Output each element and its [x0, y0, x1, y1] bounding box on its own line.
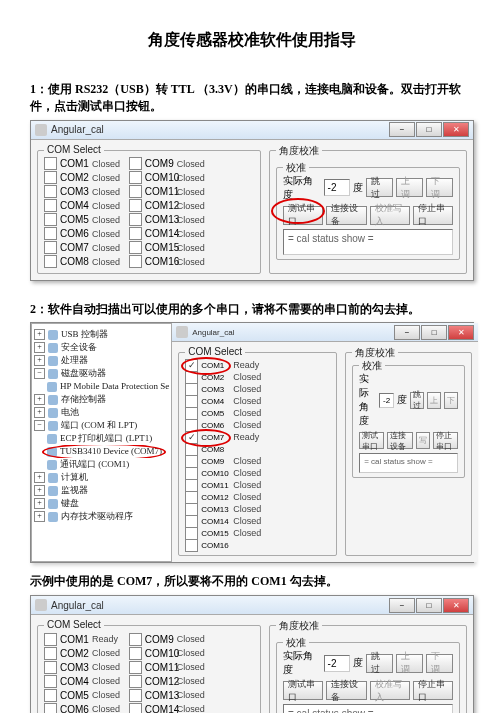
tree-memory[interactable]: 内存技术驱动程序 — [61, 510, 133, 523]
com9-label: COM9 — [145, 158, 177, 169]
connect-button[interactable]: 连接设备 — [326, 206, 366, 225]
tree-usb[interactable]: USB 控制器 — [61, 328, 108, 341]
com2-checkbox-3[interactable] — [44, 647, 57, 660]
status-text-2: = cal status show = — [359, 453, 458, 473]
tree-com1[interactable]: 通讯端口 (COM1) — [60, 458, 129, 471]
tree-computer[interactable]: 计算机 — [61, 471, 88, 484]
tree-security[interactable]: 安全设备 — [61, 341, 97, 354]
down-button-2[interactable]: 下 — [444, 392, 458, 409]
tree-expander[interactable]: + — [34, 342, 45, 353]
stop-button-2[interactable]: 停止串口 — [433, 432, 458, 449]
write-button-3[interactable]: 校准写入 — [370, 681, 410, 700]
tree-expander[interactable]: + — [34, 329, 45, 340]
angle-value-field-3[interactable]: -2 — [324, 655, 351, 672]
write-button[interactable]: 校准写入 — [370, 206, 410, 225]
cal-group-3: 校准 实际角度 -2 度 跳过 上调 下调 测试串口 连接设备 校准写入 停止串… — [276, 642, 460, 713]
tree-expander[interactable]: + — [34, 498, 45, 509]
minimize-button[interactable]: − — [389, 122, 415, 137]
stop-button-3[interactable]: 停止串口 — [413, 681, 453, 700]
tree-keyboard[interactable]: 键盘 — [61, 497, 79, 510]
com6-checkbox[interactable] — [44, 227, 57, 240]
down-button[interactable]: 下调 — [426, 178, 453, 197]
tree-expander[interactable]: + — [34, 355, 45, 366]
com9-checkbox-3[interactable] — [129, 633, 142, 646]
connect-button-2[interactable]: 连接设备 — [387, 432, 412, 449]
com13-checkbox[interactable] — [129, 213, 142, 226]
tree-expander[interactable]: + — [34, 485, 45, 496]
com10-checkbox[interactable] — [129, 171, 142, 184]
tree-cpu[interactable]: 处理器 — [61, 354, 88, 367]
com7-status: Closed — [92, 243, 120, 253]
test-port-button[interactable]: 测试串口 — [283, 206, 323, 225]
com3-checkbox[interactable] — [44, 185, 57, 198]
maximize-button[interactable]: □ — [416, 122, 442, 137]
com1-label: COM1 — [60, 158, 92, 169]
test-port-button-2[interactable]: 测试串口 — [359, 432, 384, 449]
com14-checkbox-3[interactable] — [129, 703, 142, 713]
com12-checkbox-3[interactable] — [129, 675, 142, 688]
title-bar-2[interactable]: Angular_cal − □ ✕ — [172, 323, 478, 342]
com1-checkbox-3[interactable] — [44, 633, 57, 646]
com2-checkbox[interactable] — [44, 171, 57, 184]
com7-checkbox[interactable] — [44, 241, 57, 254]
skip-button-2[interactable]: 跳过 — [410, 392, 424, 409]
com1-checkbox-2[interactable]: ✓ — [185, 359, 198, 372]
title-bar-3[interactable]: Angular_cal − □ ✕ — [31, 596, 473, 615]
maximize-button[interactable]: □ — [416, 598, 442, 613]
close-button[interactable]: ✕ — [448, 325, 474, 340]
com5-checkbox[interactable] — [44, 213, 57, 226]
com14-checkbox[interactable] — [129, 227, 142, 240]
tree-expander[interactable]: + — [34, 472, 45, 483]
tree-storage[interactable]: 存储控制器 — [61, 393, 106, 406]
tree-disk[interactable]: 磁盘驱动器 — [61, 367, 106, 380]
com7-checkbox-2[interactable]: ✓ — [185, 431, 198, 444]
stop-button[interactable]: 停止串口 — [413, 206, 453, 225]
com12-checkbox[interactable] — [129, 199, 142, 212]
com5-checkbox-3[interactable] — [44, 689, 57, 702]
com15-checkbox[interactable] — [129, 241, 142, 254]
up-button[interactable]: 上调 — [396, 178, 423, 197]
write-button-2[interactable]: 写 — [416, 432, 430, 449]
com11-checkbox[interactable] — [129, 185, 142, 198]
com6-checkbox-3[interactable] — [44, 703, 57, 713]
tree-expander[interactable]: − — [34, 420, 45, 431]
test-port-button-3[interactable]: 测试串口 — [283, 681, 323, 700]
tree-com7[interactable]: TUSB3410 Device (COM7) — [60, 445, 162, 458]
angle-value-field[interactable]: -2 — [324, 179, 351, 196]
tree-expander[interactable]: + — [34, 407, 45, 418]
tree-expander[interactable]: + — [34, 394, 45, 405]
close-button[interactable]: ✕ — [443, 598, 469, 613]
com4-checkbox-3[interactable] — [44, 675, 57, 688]
com13-checkbox-3[interactable] — [129, 689, 142, 702]
com16-checkbox-2[interactable] — [185, 539, 198, 552]
com1-checkbox[interactable] — [44, 157, 57, 170]
tree-monitor[interactable]: 监视器 — [61, 484, 88, 497]
down-button-3[interactable]: 下调 — [426, 654, 453, 673]
com11-checkbox-3[interactable] — [129, 661, 142, 674]
com9-checkbox[interactable] — [129, 157, 142, 170]
maximize-button[interactable]: □ — [421, 325, 447, 340]
com16-checkbox[interactable] — [129, 255, 142, 268]
close-button[interactable]: ✕ — [443, 122, 469, 137]
skip-button[interactable]: 跳过 — [366, 178, 393, 197]
com3-checkbox-3[interactable] — [44, 661, 57, 674]
tree-lpt[interactable]: ECP 打印机端口 (LPT1) — [60, 432, 152, 445]
com9-status: Closed — [177, 159, 205, 169]
minimize-button[interactable]: − — [389, 598, 415, 613]
com4-checkbox[interactable] — [44, 199, 57, 212]
up-button-3[interactable]: 上调 — [396, 654, 423, 673]
skip-button-3[interactable]: 跳过 — [366, 654, 393, 673]
minimize-button[interactable]: − — [394, 325, 420, 340]
tree-ports[interactable]: 端口 (COM 和 LPT) — [61, 419, 137, 432]
com10-checkbox-3[interactable] — [129, 647, 142, 660]
angle-value-field-2[interactable]: -2 — [379, 393, 394, 408]
monitor-icon — [48, 486, 58, 496]
title-bar[interactable]: Angular_cal − □ ✕ — [31, 121, 473, 140]
connect-button-3[interactable]: 连接设备 — [326, 681, 366, 700]
tree-hp[interactable]: HP Mobile Data Protection Se — [60, 380, 169, 393]
up-button-2[interactable]: 上 — [427, 392, 441, 409]
tree-expander[interactable]: − — [34, 368, 45, 379]
tree-battery[interactable]: 电池 — [61, 406, 79, 419]
tree-expander[interactable]: + — [34, 511, 45, 522]
com8-checkbox[interactable] — [44, 255, 57, 268]
